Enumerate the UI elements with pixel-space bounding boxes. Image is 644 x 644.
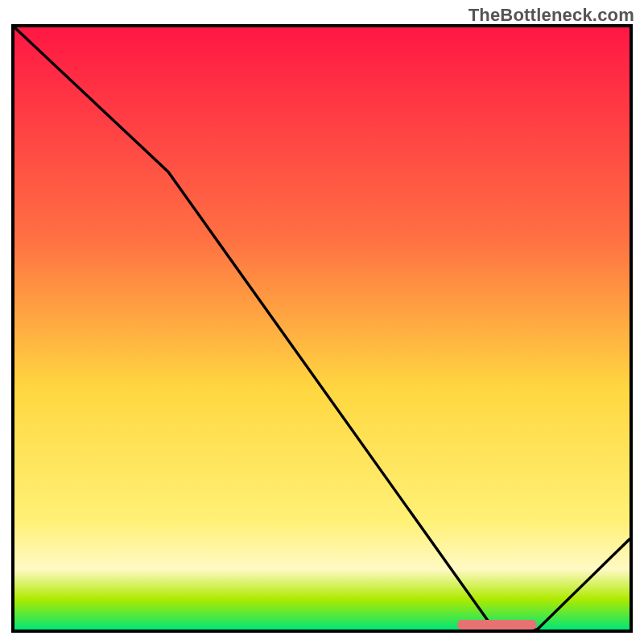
plot-area: [11, 24, 633, 633]
curve-overlay: [14, 27, 630, 630]
bottleneck-curve-line: [14, 27, 630, 630]
watermark-label: TheBottleneck.com: [469, 5, 634, 26]
optimal-range-marker: [457, 620, 537, 630]
chart-container: TheBottleneck.com: [0, 0, 644, 644]
